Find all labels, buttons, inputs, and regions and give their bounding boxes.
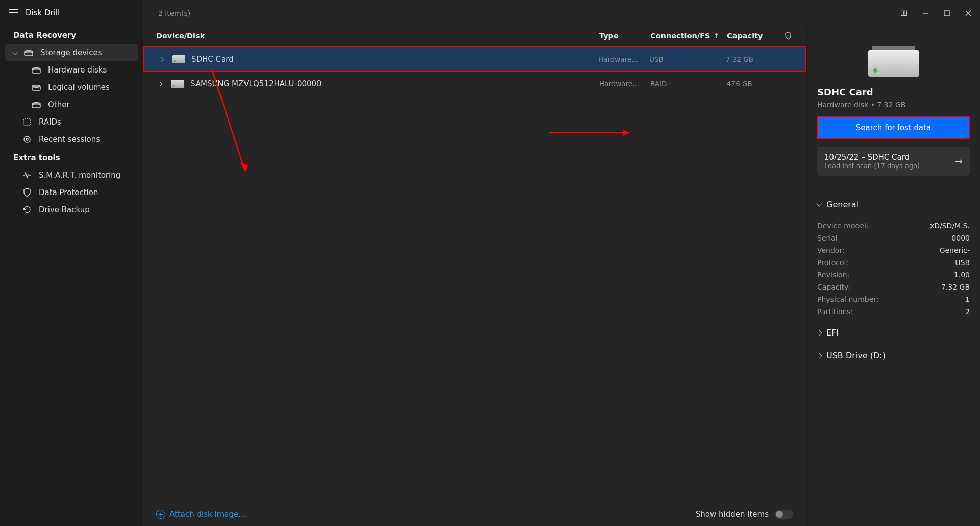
minimize-icon[interactable] [922,10,929,17]
svg-point-10 [26,138,28,140]
prop-val: Generic- [940,246,970,254]
chevron-right-icon [816,353,822,358]
sidebar-item-raids[interactable]: RAIDs [0,113,143,131]
last-scan-card[interactable]: 10/25/22 – SDHC Card Load last scan (17 … [817,147,970,176]
sidebar-item-logical-volumes[interactable]: Logical volumes [0,79,143,96]
sort-asc-icon: ↑ [714,32,720,40]
prop-val: xD/SD/M.S. [930,222,970,230]
panel-subtitle: Hardware disk • 7.32 GB [817,101,970,109]
section-usb-drive[interactable]: USB Drive (D:) [817,348,970,364]
prop-key: Serial [817,234,838,242]
disk-illustration-icon [868,50,919,77]
show-hidden-toggle-row: Show hidden items [696,510,793,519]
svg-point-9 [24,136,30,142]
item-count: 2 item(s) [151,9,190,17]
table-row[interactable]: SAMSUNG MZVLQ512HALU-00000 Hardware... R… [143,72,806,95]
prop-val: 0000 [951,234,970,242]
col-type[interactable]: Type [599,32,650,41]
section-data-recovery: Data Recovery [0,26,143,44]
disk-icon [32,83,41,92]
show-hidden-label: Show hidden items [696,510,769,519]
close-icon[interactable] [965,10,972,17]
section-label: USB Drive (D:) [826,351,886,361]
disk-icon [24,48,33,57]
section-label: EFI [826,328,839,338]
arrow-right-icon: → [955,156,963,166]
sidebar-item-hardware-disks[interactable]: Hardware disks [0,61,143,79]
section-label: General [826,200,859,209]
scan-subtitle: Load last scan (17 days ago) [824,162,920,170]
attach-label: Attach disk image... [169,510,246,519]
scan-title: 10/25/22 – SDHC Card [824,153,920,162]
device-type: Hardware... [599,80,650,88]
device-cap: 476 GB [727,80,778,88]
sidebar-item-label: Storage devices [40,48,102,57]
sidebar-item-smart[interactable]: S.M.A.R.T. monitoring [0,166,143,184]
sidebar-item-label: Logical volumes [48,83,110,92]
titlebar-left: Disk Drill [0,4,143,26]
table-header: Device/Disk Type Connection/FS↑ Capacity [143,27,806,46]
divider [817,186,970,186]
prop-key: Capacity: [817,283,850,291]
col-capacity[interactable]: Capacity [727,32,778,41]
prop-key: Device model: [817,222,869,230]
chevron-right-icon [816,330,822,336]
gear-icon [22,135,32,144]
details-panel: SDHC Card Hardware disk • 7.32 GB Search… [806,27,980,526]
section-extra-tools: Extra tools [0,148,143,166]
history-icon [22,205,32,214]
device-name: SDHC Card [191,55,234,64]
disk-icon [171,80,184,88]
col-conn[interactable]: Connection/FS↑ [650,32,727,41]
sidebar-item-label: Recent sessions [39,135,100,144]
show-hidden-toggle[interactable] [775,510,793,519]
book-icon[interactable] [900,10,908,17]
col-device[interactable]: Device/Disk [151,32,599,41]
sidebar-item-label: Data Protection [39,188,98,197]
disk-icon [32,100,41,109]
section-general[interactable]: General [817,197,970,212]
table-row[interactable]: SDHC Card Hardware... USB 7.32 GB [143,46,806,72]
sidebar-item-data-protection[interactable]: Data Protection [0,184,143,201]
main-header: 2 item(s) [143,0,980,27]
device-type: Hardware... [598,55,649,63]
chevron-down-icon [13,50,18,55]
sidebar-item-other[interactable]: Other [0,96,143,113]
shield-icon [22,188,32,197]
chevron-down-icon [816,201,822,206]
device-conn: USB [649,55,726,63]
main-pane: 2 item(s) Device/Disk Type Connection/FS… [143,0,980,526]
chevron-right-icon[interactable] [158,81,163,86]
sidebar-item-recent-sessions[interactable]: Recent sessions [0,131,143,148]
prop-val: USB [955,258,970,267]
chevron-right-icon[interactable] [159,57,164,62]
window-controls [900,10,972,17]
prop-val: 2 [965,307,970,316]
section-efi[interactable]: EFI [817,325,970,341]
heartbeat-icon [22,171,32,180]
sidebar-item-label: Hardware disks [48,65,107,75]
prop-val: 1.00 [954,271,970,279]
plus-icon: + [156,510,165,519]
main-footer: + Attach disk image... Show hidden items [143,503,806,526]
prop-key: Vendor: [817,246,845,254]
device-cap: 7.32 GB [726,55,777,63]
sidebar: Disk Drill Data Recovery Storage devices… [0,0,143,526]
device-list: SDHC Card Hardware... USB 7.32 GB SAMSUN… [143,46,806,503]
prop-key: Protocol: [817,258,848,267]
sidebar-item-drive-backup[interactable]: Drive Backup [0,201,143,219]
hamburger-icon[interactable] [9,9,18,16]
device-name: SAMSUNG MZVLQ512HALU-00000 [190,79,322,88]
prop-val: 1 [965,295,970,303]
device-conn: RAID [650,80,727,88]
svg-rect-8 [23,119,31,125]
search-lost-data-button[interactable]: Search for lost data [817,116,970,139]
col-shield[interactable] [778,32,798,41]
prop-key: Physical number: [817,295,879,303]
sidebar-item-label: Drive Backup [39,205,90,214]
maximize-icon[interactable] [943,10,950,17]
disk-icon [172,55,185,63]
attach-disk-image-button[interactable]: + Attach disk image... [156,510,246,519]
raid-icon [22,117,32,127]
sidebar-item-storage-devices[interactable]: Storage devices [5,44,138,61]
